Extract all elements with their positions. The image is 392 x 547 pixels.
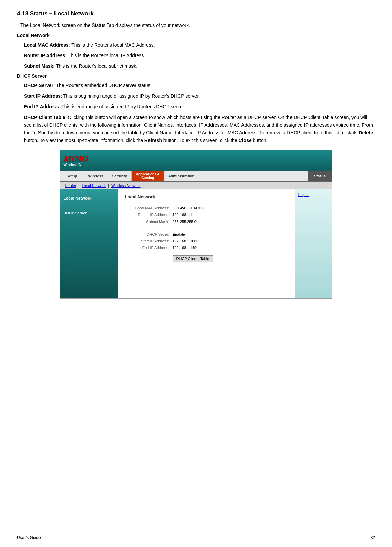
- sub-nav: Router | Local Network | Wireless Networ…: [60, 182, 332, 189]
- router-ip-term: Router IP Address: [24, 53, 65, 58]
- tab-administration[interactable]: Administration: [164, 171, 199, 181]
- router-main-panel: Local Network Local MAC Address: 00:14:A…: [118, 189, 295, 298]
- intro-paragraph: The Local Network screen on the Status T…: [20, 22, 375, 28]
- dhcp-server-label: DHCP Sever:: [125, 232, 173, 236]
- tab-applications-gaming[interactable]: Applications &Gaming: [132, 171, 164, 181]
- subnet-value: 255.255.255.0: [173, 220, 197, 224]
- router-content: Local Network DHCP Server Local Network …: [60, 189, 332, 298]
- sub-nav-router[interactable]: Router: [65, 183, 76, 188]
- local-mac-item: Local MAC Address: This is the Router's …: [24, 42, 375, 49]
- delete-label: Delete: [359, 130, 373, 135]
- end-ip-item: End IP Address: This is end range of ass…: [24, 103, 375, 110]
- end-ip-label: End IP Address:: [125, 246, 173, 250]
- router-sidebar: Local Network DHCP Server: [60, 189, 118, 298]
- router-right-panel: Help...: [295, 189, 332, 298]
- subnet-mask-item: Subnet Mask: This is the Router's local …: [24, 63, 375, 70]
- start-ip-value: 192.168.1.100: [173, 239, 197, 243]
- page-footer: User’s Guide 32: [17, 534, 375, 540]
- tab-wireless[interactable]: Wireless: [84, 171, 108, 181]
- local-mac-row: Local MAC Address: 00:14:A5:01:4F:6C: [125, 206, 288, 210]
- subnet-mask-term: Subnet Mask: [24, 63, 53, 69]
- local-network-items: Local MAC Address: This is the Router's …: [24, 42, 375, 70]
- tab-setup[interactable]: Setup: [60, 171, 84, 181]
- sub-nav-wireless-network[interactable]: Wireless Network: [111, 183, 141, 188]
- router-ip-label: Router IP Address:: [125, 213, 173, 217]
- mimo-logo-text: MIMO: [64, 154, 88, 164]
- subnet-label: Subnet Mask:: [125, 220, 173, 224]
- start-ip-label: Start IP Address:: [125, 239, 173, 243]
- dhcp-server-section: DHCP Server DHCP Server: The Router's em…: [17, 73, 375, 110]
- tab-status[interactable]: Status: [308, 171, 332, 181]
- router-ip-row: Router IP Address: 192.168.1.1: [125, 213, 288, 217]
- end-ip-row: End IP Address: 192.168.1.149: [125, 246, 288, 250]
- router-header: MIMO Wireless G: [60, 150, 332, 171]
- dhcp-client-table-term: DHCP Client Table: [24, 115, 65, 120]
- sidebar-dhcp-server-label: DHCP Server: [64, 211, 115, 215]
- local-network-heading: Local Network: [17, 33, 375, 38]
- refresh-label: Refresh: [144, 138, 162, 143]
- dhcp-server-items: DHCP Server: The Router's embedded DHCP …: [24, 82, 375, 110]
- router-ip-value: 192.168.1.1: [173, 213, 192, 217]
- local-mac-term: Local MAC Address: [24, 42, 69, 48]
- nav-tabs: Setup Wireless Security Applications &Ga…: [60, 171, 332, 182]
- router-section-title: Local Network: [125, 194, 288, 201]
- router-screenshot: MIMO Wireless G Setup Wireless Security …: [60, 150, 332, 299]
- dhcp-server-row: DHCP Sever: Enable: [125, 232, 288, 236]
- dhcp-client-table-para: DHCP Client Table: Clicking this button …: [24, 114, 375, 144]
- mimo-logo: MIMO Wireless G: [64, 154, 88, 167]
- sidebar-local-network-label: Local Network: [64, 196, 115, 201]
- dhcp-clients-table-button[interactable]: DHCP Clients Table: [173, 255, 213, 262]
- router-ip-item: Router IP Address: This is the Router's …: [24, 52, 375, 59]
- dhcp-clients-button-wrapper: DHCP Clients Table: [173, 253, 288, 262]
- footer-right: 32: [371, 535, 375, 540]
- end-ip-value: 192.168.1.149: [173, 246, 197, 250]
- close-label: Close: [239, 138, 252, 143]
- start-ip-item: Start IP Address: This is beginning rang…: [24, 93, 375, 100]
- dhcp-server-term: DHCP Server: [24, 83, 53, 88]
- tab-security[interactable]: Security: [108, 171, 132, 181]
- help-link[interactable]: Help...: [298, 193, 309, 197]
- end-ip-term: End IP Address: [24, 104, 59, 109]
- local-network-section: Local Network Local MAC Address: This is…: [17, 33, 375, 70]
- wireless-g-text: Wireless G: [64, 163, 81, 167]
- page-title: 4.18 Status – Local Network: [17, 10, 375, 17]
- dhcp-server-value: Enable: [173, 232, 185, 236]
- subnet-row: Subnet Mask: 255.255.255.0: [125, 220, 288, 224]
- divider: [125, 228, 288, 228]
- local-mac-label: Local MAC Address:: [125, 206, 173, 210]
- footer-left: User’s Guide: [17, 535, 41, 540]
- dhcp-server-heading: DHCP Server: [17, 73, 375, 79]
- start-ip-row: Start IP Address: 192.168.1.100: [125, 239, 288, 243]
- start-ip-term: Start IP Address: [24, 93, 61, 99]
- dhcp-server-item: DHCP Server: The Router's embedded DHCP …: [24, 82, 375, 89]
- local-mac-value: 00:14:A5:01:4F:6C: [173, 206, 204, 210]
- sub-nav-local-network[interactable]: Local Network: [82, 183, 106, 188]
